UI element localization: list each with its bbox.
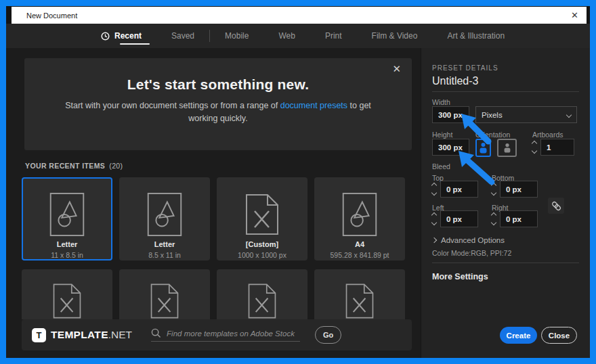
window-close-icon[interactable]: ✕ bbox=[571, 10, 578, 20]
preset-card-letter-portrait[interactable]: Letter 8.5 x 11 in bbox=[119, 177, 210, 260]
search-icon bbox=[151, 328, 161, 338]
orientation-landscape-button[interactable] bbox=[497, 139, 517, 157]
stepper-up-icon[interactable] bbox=[491, 212, 496, 218]
preset-dimensions: 1000 x 1000 px bbox=[218, 251, 306, 259]
intro-banner: ✕ Let's start something new. Start with … bbox=[24, 58, 412, 150]
artboards-label: Artboards bbox=[532, 131, 563, 139]
main-content: ✕ Let's start something new. Start with … bbox=[6, 48, 421, 358]
adobe-stock-search bbox=[151, 328, 300, 342]
color-mode-summary: Color Mode:RGB, PPI:72 bbox=[432, 249, 511, 257]
tab-recent[interactable]: Recent bbox=[86, 24, 156, 48]
bleed-bottom-input[interactable] bbox=[500, 181, 538, 198]
height-label: Height bbox=[432, 131, 452, 139]
tab-mobile[interactable]: Mobile bbox=[210, 24, 263, 48]
advanced-options-toggle[interactable]: Advanced Options bbox=[432, 236, 505, 244]
close-button[interactable]: Close bbox=[541, 327, 577, 344]
logo-tld: .NET bbox=[108, 329, 132, 340]
custom-document-icon bbox=[121, 282, 209, 319]
new-document-dialog: New Document ✕ Recent Saved Mobile Web P… bbox=[6, 6, 590, 358]
preset-details-heading: PRESET DETAILS bbox=[432, 64, 498, 72]
bleed-bottom-stepper bbox=[492, 181, 538, 198]
preset-details-panel: PRESET DETAILS Untitled-3 Width Pixels H… bbox=[421, 48, 590, 358]
preset-dimensions: 595.28 x 841.89 pt bbox=[316, 251, 404, 259]
chain-link-icon bbox=[551, 201, 561, 211]
clock-icon bbox=[101, 32, 110, 41]
tab-label: Film & Video bbox=[372, 31, 418, 41]
recent-items-heading: YOUR RECENT ITEMS(20) bbox=[25, 162, 123, 170]
landscape-person-icon bbox=[503, 143, 511, 153]
tab-label: Mobile bbox=[225, 31, 249, 41]
more-settings-heading: More Settings bbox=[432, 272, 488, 281]
stepper-down-icon[interactable] bbox=[431, 190, 437, 196]
width-label: Width bbox=[432, 98, 450, 106]
divider bbox=[432, 91, 579, 92]
stepper-down-icon[interactable] bbox=[431, 220, 437, 225]
custom-document-icon bbox=[218, 282, 306, 319]
recent-items-count: (20) bbox=[109, 162, 123, 170]
stepper-up-icon[interactable] bbox=[431, 212, 437, 218]
recent-items-row: Letter 11 x 8.5 in Letter 8.5 x 11 in bbox=[22, 177, 405, 260]
bleed-right-stepper bbox=[492, 210, 538, 227]
preset-name: [Custom] bbox=[218, 240, 306, 248]
banner-close-icon[interactable]: ✕ bbox=[392, 63, 401, 75]
advanced-options-label: Advanced Options bbox=[441, 236, 505, 244]
banner-title: Let's start something new. bbox=[24, 76, 412, 93]
divider bbox=[432, 263, 579, 263]
custom-document-icon bbox=[316, 282, 404, 319]
stepper-up-icon[interactable] bbox=[532, 141, 537, 146]
window-title: New Document bbox=[26, 12, 77, 20]
recent-items-row-partial bbox=[22, 269, 412, 319]
preset-card-letter-landscape[interactable]: Letter 11 x 8.5 in bbox=[22, 177, 112, 260]
custom-document-icon bbox=[218, 192, 306, 237]
tab-label: Print bbox=[325, 31, 342, 41]
chevron-right-icon bbox=[431, 237, 437, 243]
annotation-arrow-height bbox=[456, 149, 498, 187]
tab-saved[interactable]: Saved bbox=[156, 24, 209, 48]
bleed-label: Bleed bbox=[432, 162, 450, 170]
tab-film-video[interactable]: Film & Video bbox=[357, 24, 433, 48]
psd-document-icon bbox=[316, 192, 404, 237]
create-button[interactable]: Create bbox=[500, 327, 537, 344]
chevron-down-icon bbox=[566, 112, 572, 117]
bleed-right-input[interactable] bbox=[500, 210, 538, 227]
preset-card-a4[interactable]: A4 595.28 x 841.89 pt bbox=[314, 177, 405, 260]
banner-text-before: Start with your own document settings or… bbox=[65, 101, 280, 110]
preset-card[interactable] bbox=[314, 269, 405, 319]
preset-card-custom[interactable]: [Custom] 1000 x 1000 px bbox=[217, 177, 307, 260]
template-net-logo: T TEMPLATE.NET bbox=[32, 328, 132, 342]
preset-name: A4 bbox=[316, 240, 404, 248]
artboards-input[interactable] bbox=[540, 139, 574, 156]
tab-label: Art & Illustration bbox=[447, 31, 505, 41]
link-bleed-values-button[interactable] bbox=[548, 198, 564, 214]
tab-web[interactable]: Web bbox=[263, 24, 310, 48]
search-input[interactable] bbox=[167, 329, 295, 338]
artboards-stepper bbox=[532, 139, 574, 156]
logo-t-icon: T bbox=[32, 328, 46, 342]
tab-art-illustration[interactable]: Art & Illustration bbox=[432, 24, 519, 48]
annotation-arrow-width bbox=[459, 112, 494, 145]
logo-name: TEMPLATE bbox=[51, 329, 108, 340]
recent-items-label: YOUR RECENT ITEMS bbox=[25, 162, 105, 170]
document-name-field[interactable]: Untitled-3 bbox=[432, 75, 478, 87]
stepper-up-icon[interactable] bbox=[431, 183, 437, 188]
psd-document-icon bbox=[23, 192, 111, 237]
preset-card[interactable] bbox=[217, 269, 307, 319]
preset-card[interactable] bbox=[22, 269, 112, 319]
stepper-down-icon[interactable] bbox=[491, 220, 496, 225]
document-presets-link[interactable]: document presets bbox=[280, 101, 347, 110]
tab-label: Saved bbox=[171, 31, 194, 41]
bleed-left-stepper bbox=[432, 210, 478, 227]
footer-bar: T TEMPLATE.NET Go bbox=[22, 319, 412, 350]
preset-card[interactable] bbox=[119, 269, 210, 319]
go-button[interactable]: Go bbox=[315, 326, 341, 344]
psd-document-icon bbox=[121, 192, 209, 237]
tab-print[interactable]: Print bbox=[310, 24, 357, 48]
tab-bar: Recent Saved Mobile Web Print Film & Vid… bbox=[6, 24, 590, 48]
preset-name: Letter bbox=[23, 240, 111, 248]
stepper-down-icon[interactable] bbox=[491, 190, 496, 196]
bleed-left-input[interactable] bbox=[440, 210, 478, 227]
stepper-down-icon[interactable] bbox=[532, 148, 537, 154]
title-bar: New Document ✕ bbox=[12, 7, 587, 24]
custom-document-icon bbox=[23, 282, 111, 319]
tab-label: Web bbox=[278, 31, 295, 41]
